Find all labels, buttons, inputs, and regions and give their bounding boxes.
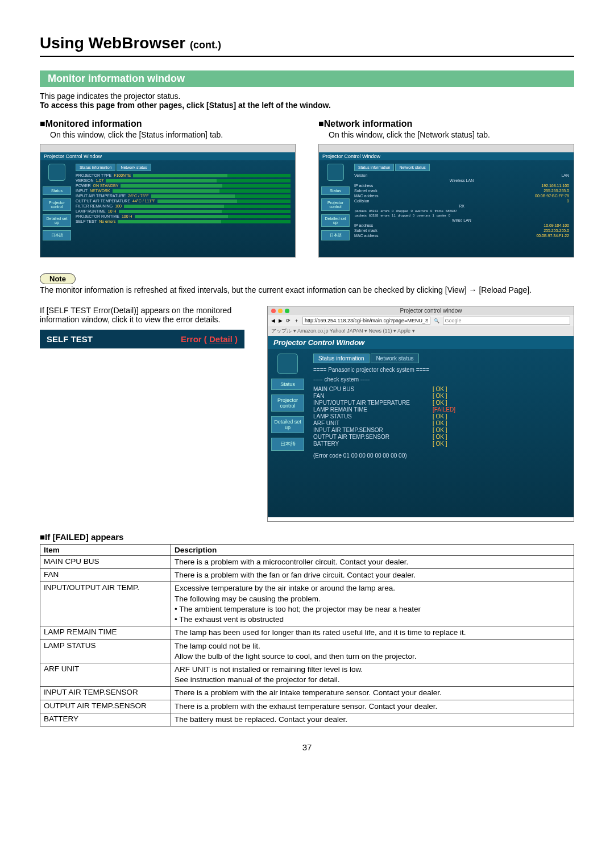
tab-status-info[interactable]: Status information [354, 164, 394, 171]
side-detail[interactable]: Detailed set up [271, 416, 304, 433]
square-icon: ■ [40, 532, 45, 542]
stat-cell: 60328 [368, 214, 379, 217]
table-row: FANThere is a problem with the fan or fa… [40, 569, 574, 582]
side-status[interactable]: Status [271, 379, 304, 390]
monitored-heading-text: Monitored information [45, 119, 142, 128]
desc-cell: There is a problem with the exhaust temp… [171, 700, 574, 713]
intro-block: This page indicates the projector status… [40, 92, 574, 110]
stat-cell: dropped [397, 214, 411, 217]
square-icon: ■ [40, 119, 45, 128]
screenshot-status-info: Projector Control Window Status Projecto… [40, 144, 296, 258]
side-status[interactable]: Status [43, 186, 71, 195]
search-field[interactable] [443, 317, 571, 325]
stat-cell: 0 [448, 214, 451, 217]
net-value: 10.69.104.100 [544, 223, 569, 227]
selftest-label: SELF TEST [47, 334, 93, 344]
tab-network-status[interactable]: Network status [117, 164, 151, 171]
check-item: LAMP STATUS [313, 413, 427, 420]
tab-network-status[interactable]: Network status [371, 354, 418, 363]
side-proj[interactable]: Projector control [321, 198, 350, 211]
side-detail[interactable]: Detailed set up [43, 214, 71, 227]
net-value: 00:0B:97:34:F1:22 [536, 234, 569, 238]
selftest-error: Error ( [181, 334, 207, 344]
check-status: [ OK ] [433, 420, 447, 426]
back-icon[interactable]: ◀ [271, 318, 275, 323]
net-label: MAC address [354, 194, 378, 198]
screenshot-check-system: Projector control window ◀ ▶ ⟳ ＋ 🔍 アップル … [267, 306, 574, 522]
selftest-detail-link[interactable]: Detail [209, 334, 233, 344]
status-label: FILTER REMAINING [76, 204, 113, 208]
minimize-icon[interactable] [278, 309, 283, 313]
side-jp[interactable]: 日本語 [43, 230, 71, 240]
status-value: F100NTE [114, 173, 131, 177]
net-label: IP address [354, 184, 373, 188]
stat-cell: 685987 [445, 209, 458, 213]
check-item: BATTERY [313, 441, 427, 447]
side-jp[interactable]: 日本語 [271, 438, 304, 451]
zoom-icon[interactable] [285, 309, 289, 313]
side-detail[interactable]: Detailed set up [321, 214, 350, 227]
reload-icon[interactable]: ⟳ [286, 318, 291, 323]
net-value: 00:0B:97:BC:FF:78 [535, 194, 569, 198]
stat-cell: packets [354, 214, 367, 217]
tab-status-info[interactable]: Status information [76, 164, 115, 171]
selftest-close-paren: ) [235, 334, 238, 344]
tab-status-info[interactable]: Status information [313, 354, 370, 363]
item-cell: MAIN CPU BUS [40, 556, 171, 569]
side-jp[interactable]: 日本語 [321, 230, 350, 240]
status-value: No errors [99, 219, 115, 223]
logo-icon [327, 164, 344, 181]
net-value: 192.168.11.100 [541, 184, 569, 188]
status-label: INPUT [76, 189, 88, 193]
add-icon[interactable]: ＋ [294, 317, 299, 325]
status-label: VERSION [76, 178, 94, 182]
status-value: 10 H [108, 209, 117, 213]
table-row: LAMP REMAIN TIMEThe lamp has been used f… [40, 626, 574, 639]
desc-cell: There is a problem with the air intake t… [171, 687, 574, 700]
net-value: 0 [567, 199, 569, 203]
table-row: BATTERYThe battery must be replaced. Con… [40, 713, 574, 726]
status-label: SELF TEST [76, 219, 97, 223]
status-label: OUTPUT AIR TEMPERATURE [76, 199, 130, 203]
side-proj[interactable]: Projector control [43, 198, 71, 211]
status-value: 26°C / 78°F [128, 194, 148, 198]
tab-network-status[interactable]: Network status [395, 164, 429, 171]
failed-table: Item Description MAIN CPU BUSThere is a … [40, 544, 574, 726]
check-item: ARF UNIT [313, 420, 427, 426]
item-cell: LAMP STATUS [40, 639, 171, 663]
check-line2: ----- check system ----- [313, 376, 568, 383]
check-status: [ OK ] [433, 393, 447, 399]
monitored-text: On this window, click the [Status inform… [50, 130, 296, 139]
close-icon[interactable] [271, 309, 276, 313]
monitored-heading: ■Monitored information [40, 119, 296, 129]
stat-cell: packets [354, 209, 367, 213]
stat-cell: overruns [414, 209, 429, 213]
selftest-paragraph: If [SELF TEST Error(Detail)] appears on … [40, 306, 256, 324]
table-row: OUTPUT AIR TEMP.SENSORThere is a problem… [40, 700, 574, 713]
check-item: FAN [313, 393, 427, 399]
forward-icon[interactable]: ▶ [279, 318, 283, 323]
item-cell: BATTERY [40, 713, 171, 726]
status-label: INPUT AIR TEMPERATURE [76, 194, 126, 198]
wlan-header: Wireless LAN [354, 178, 569, 182]
net-value: 255.255.255.0 [544, 229, 569, 232]
th-desc: Description [171, 545, 574, 556]
url-field[interactable] [302, 317, 430, 325]
shot1-titlebar: Projector Control Window [40, 152, 295, 160]
net-label: Collision [354, 199, 369, 203]
mac-title: Projector control window [292, 308, 570, 314]
status-value: ON STANDBY [93, 184, 118, 188]
stat-cell: 0 [391, 209, 394, 213]
stat-cell: carrier [436, 214, 447, 217]
status-label: PROJECTOR TYPE [76, 173, 111, 177]
title-rule [40, 56, 574, 57]
stat-cell: 11 [391, 214, 396, 217]
status-value: 1.07 [96, 178, 104, 182]
desc-cell: ARF UNIT is not installed or remaining f… [171, 663, 574, 686]
side-status[interactable]: Status [321, 186, 350, 195]
screenshot-network-status: Projector Control Window Status Projecto… [318, 144, 574, 258]
network-column: ■Network information On this window, cli… [318, 119, 574, 258]
side-proj[interactable]: Projector control [271, 394, 304, 412]
bookmarks-bar[interactable]: アップル ▾ Amazon.co.jp Yahoo! JAPAN ▾ News … [268, 326, 574, 336]
selftest-banner: SELF TEST Error ( Detail ) [40, 330, 244, 348]
